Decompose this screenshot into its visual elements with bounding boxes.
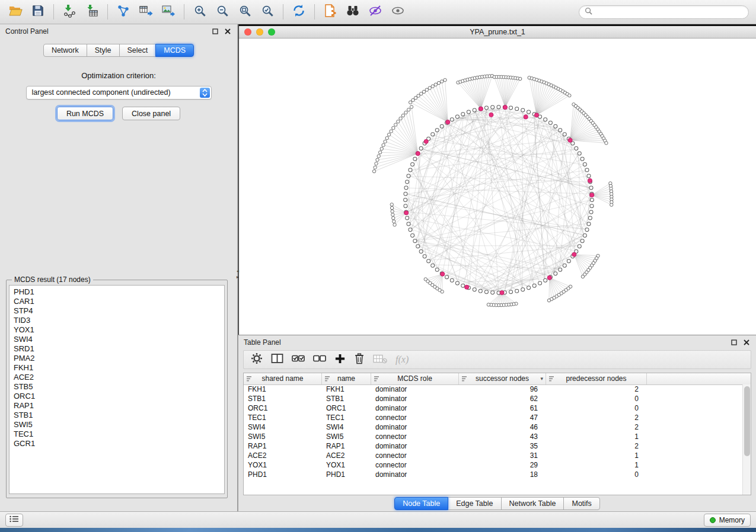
mcds-result-item[interactable]: STB5 xyxy=(14,382,220,392)
find-button[interactable] xyxy=(342,2,363,21)
table-row[interactable]: ORC1ORC1dominator610 xyxy=(244,403,743,413)
search-box xyxy=(579,5,749,19)
mcds-result-item[interactable]: GCR1 xyxy=(14,439,220,448)
mcds-buttons-row: Run MCDS Close panel xyxy=(0,107,237,120)
criterion-select[interactable]: largest connected component (undirected) xyxy=(26,86,212,100)
float-table-panel-icon[interactable] xyxy=(730,338,738,347)
mcds-result-item[interactable]: ORC1 xyxy=(14,392,220,401)
tab-network-table[interactable]: Network Table xyxy=(501,497,564,510)
mcds-result-item[interactable]: YOX1 xyxy=(14,325,220,335)
mcds-result-item[interactable]: PMA2 xyxy=(14,354,220,363)
refresh-icon xyxy=(292,4,306,20)
mcds-result-item[interactable]: SRD1 xyxy=(14,344,220,354)
mcds-result-item[interactable]: FKH1 xyxy=(14,363,220,373)
column-header-mcds-role[interactable]: MCDS role xyxy=(371,373,459,384)
mcds-result-item[interactable]: SWI5 xyxy=(14,420,220,430)
delete-table-button[interactable] xyxy=(373,352,387,367)
node-table-body: FKH1FKH1dominator962STB1STB1dominator620… xyxy=(244,384,743,495)
mcds-result-item[interactable]: RAP1 xyxy=(14,401,220,411)
column-header-predecessor-nodes[interactable]: predecessor nodes xyxy=(546,373,647,384)
deselect-all-button[interactable] xyxy=(313,352,326,367)
table-settings-button[interactable] xyxy=(251,352,263,367)
zoom-fit-button[interactable] xyxy=(234,2,256,21)
hide-selected-button[interactable] xyxy=(365,2,386,21)
column-header-name[interactable]: name xyxy=(322,373,371,384)
tab-mcds[interactable]: MCDS xyxy=(155,44,194,57)
tab-motifs[interactable]: Motifs xyxy=(563,497,599,510)
network-view[interactable] xyxy=(239,39,756,335)
export-table-button[interactable] xyxy=(135,2,157,21)
mcds-result-item[interactable]: ACE2 xyxy=(14,373,220,382)
import-network-button[interactable] xyxy=(59,2,80,21)
tab-node-table[interactable]: Node Table xyxy=(394,497,448,510)
column-header-successor-nodes[interactable]: successor nodes▾ xyxy=(459,373,546,384)
table-row[interactable]: ACE2ACE2connector311 xyxy=(244,451,743,460)
run-mcds-button[interactable]: Run MCDS xyxy=(57,107,113,120)
toolbar-separator xyxy=(53,4,54,20)
table-row[interactable]: RAP1RAP1dominator352 xyxy=(244,441,743,451)
show-all-button[interactable] xyxy=(387,2,409,21)
table-scrollbar[interactable] xyxy=(742,384,751,495)
table-row[interactable]: PHD1PHD1dominator180 xyxy=(244,470,743,479)
mcds-result-item[interactable]: STP4 xyxy=(14,306,220,316)
close-window-icon[interactable] xyxy=(244,28,251,36)
mcds-result-item[interactable]: PHD1 xyxy=(14,287,220,297)
right-column: YPA_prune.txt_1 Table Panel xyxy=(238,24,756,511)
table-panel: Table Panel f(x) sh xyxy=(238,335,756,511)
add-row-button[interactable] xyxy=(334,352,346,367)
table-row[interactable]: SWI4SWI4dominator462 xyxy=(244,422,743,432)
import-table-button[interactable] xyxy=(81,2,103,21)
open-file-button[interactable] xyxy=(5,2,26,21)
show-columns-button[interactable] xyxy=(271,352,283,367)
zoom-out-icon xyxy=(216,4,229,20)
float-panel-icon[interactable] xyxy=(211,27,219,36)
mcds-result-item[interactable]: TID3 xyxy=(14,316,220,325)
export-network-button[interactable] xyxy=(113,2,134,21)
column-header-shared-name[interactable]: shared name xyxy=(244,373,322,384)
task-list-icon xyxy=(9,515,19,524)
mcds-result-title: MCDS result (17 nodes) xyxy=(12,275,93,284)
close-panel-icon[interactable] xyxy=(224,27,232,36)
mcds-result-list[interactable]: PHD1CAR1STP4TID3YOX1SWI4SRD1PMA2FKH1ACE2… xyxy=(9,285,225,494)
close-mcds-panel-button[interactable]: Close panel xyxy=(122,107,180,120)
memory-button[interactable]: Memory xyxy=(704,514,751,527)
table-row[interactable]: FKH1FKH1dominator962 xyxy=(244,384,743,394)
plus-icon xyxy=(334,353,346,367)
sort-menu-icon[interactable]: ▾ xyxy=(540,373,543,384)
floppy-disk-icon xyxy=(31,4,44,20)
mcds-result-item[interactable]: TEC1 xyxy=(14,430,220,439)
tab-network[interactable]: Network xyxy=(43,44,87,57)
zoom-in-button[interactable] xyxy=(189,2,210,21)
deselect-all-icon xyxy=(313,354,326,366)
mcds-result-item[interactable]: STB1 xyxy=(14,411,220,420)
cytoscape-app: Control Panel Network Style Select MCDS … xyxy=(0,0,756,532)
mcds-result-item[interactable]: SWI4 xyxy=(14,335,220,344)
search-input[interactable] xyxy=(596,7,743,17)
table-row[interactable]: TEC1TEC1connector472 xyxy=(244,413,743,422)
table-row[interactable]: YOX1YOX1connector291 xyxy=(244,460,743,470)
maximize-window-icon[interactable] xyxy=(268,28,275,36)
control-panel-header: Control Panel xyxy=(0,24,237,39)
function-builder-button[interactable]: f(x) xyxy=(395,352,409,367)
scrollbar-thumb[interactable] xyxy=(744,386,750,456)
zoom-selected-button[interactable] xyxy=(257,2,278,21)
zoom-out-button[interactable] xyxy=(212,2,233,21)
close-table-panel-icon[interactable] xyxy=(742,338,751,347)
minimize-window-icon[interactable] xyxy=(256,28,263,36)
tab-select[interactable]: Select xyxy=(119,44,157,57)
tab-style[interactable]: Style xyxy=(87,44,120,57)
panel-splitter[interactable]: ◂▸ xyxy=(235,268,241,284)
table-row[interactable]: SWI5SWI5connector431 xyxy=(244,432,743,441)
delete-row-button[interactable] xyxy=(354,352,365,367)
save-session-button[interactable] xyxy=(27,2,49,21)
refresh-view-button[interactable] xyxy=(288,2,310,21)
select-all-button[interactable] xyxy=(292,352,305,367)
export-image-button[interactable] xyxy=(158,2,179,21)
table-row[interactable]: STB1STB1dominator620 xyxy=(244,394,743,403)
tab-edge-table[interactable]: Edge Table xyxy=(448,497,501,510)
task-history-button[interactable] xyxy=(5,514,23,527)
open-in-cybrowser-button[interactable] xyxy=(320,2,341,21)
mcds-result-item[interactable]: CAR1 xyxy=(14,297,220,306)
window-controls xyxy=(244,28,275,36)
network-titlebar[interactable]: YPA_prune.txt_1 xyxy=(239,26,756,39)
